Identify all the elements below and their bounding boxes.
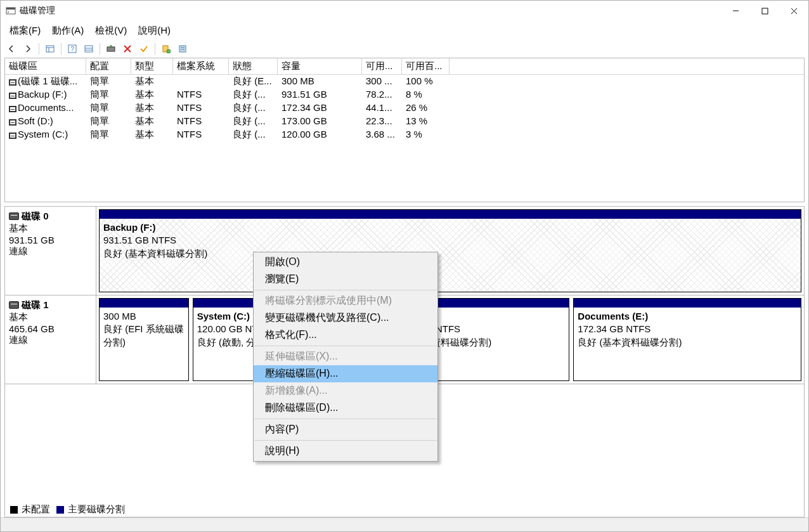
svg-rect-1 xyxy=(6,8,15,10)
menu-separator xyxy=(254,418,437,419)
check-icon[interactable] xyxy=(137,42,151,56)
vol-name: Backup (F:) xyxy=(18,89,67,100)
vol-layout: 簡單 xyxy=(86,115,131,128)
disk-size: 465.64 GB xyxy=(9,323,92,334)
volume-row[interactable]: Backup (F:)簡單基本NTFS良好 (...931.51 GB78.2.… xyxy=(5,88,804,101)
show-hide-icon[interactable] xyxy=(43,42,57,56)
vol-status: 良好 (... xyxy=(229,115,278,128)
context-menu-item[interactable]: 開啟(O) xyxy=(254,254,437,271)
partition-header xyxy=(100,299,188,308)
volume-icon xyxy=(9,106,16,112)
disk-status: 連線 xyxy=(9,334,92,346)
svg-rect-15 xyxy=(107,47,115,51)
vol-layout: 簡單 xyxy=(86,75,131,88)
vol-type: 基本 xyxy=(131,88,173,101)
context-menu-item[interactable]: 變更磁碟機代號及路徑(C)... xyxy=(254,309,437,327)
partition[interactable]: Backup (F:)931.51 GB NTFS良好 (基本資料磁碟分割) xyxy=(99,209,801,292)
partition-status: 良好 (EFI 系統磁碟分割) xyxy=(103,323,184,349)
menu-help[interactable]: 說明(H) xyxy=(134,22,174,39)
vol-capacity: 173.00 GB xyxy=(278,115,362,128)
disk-partitions: Backup (F:)931.51 GB NTFS良好 (基本資料磁碟分割) xyxy=(96,207,804,295)
window-title: 磁碟管理 xyxy=(20,5,55,16)
partition-size: 931.51 GB NTFS xyxy=(103,234,797,247)
menu-file[interactable]: 檔案(F) xyxy=(6,22,44,39)
list-icon[interactable] xyxy=(82,42,96,56)
vol-pct: 13 % xyxy=(402,115,450,128)
app-icon xyxy=(6,6,16,16)
context-menu-item[interactable]: 內容(P) xyxy=(254,421,437,438)
partition[interactable]: Documents (E:)172.34 GB NTFS良好 (基本資料磁碟分割… xyxy=(573,298,801,381)
partition-header xyxy=(574,299,801,308)
menu-separator xyxy=(254,290,437,290)
help-icon[interactable]: ? xyxy=(65,42,79,56)
settings-icon[interactable] xyxy=(159,42,173,56)
volume-row[interactable]: System (C:)簡單基本NTFS良好 (...120.00 GB3.68 … xyxy=(5,128,804,141)
vol-capacity: 300 MB xyxy=(278,75,362,88)
disk-management-window: 磁碟管理 檔案(F) 動作(A) 檢視(V) 說明(H) ? 磁碟區 配置 類型 xyxy=(0,0,809,532)
col-volume[interactable]: 磁碟區 xyxy=(5,58,86,75)
svg-rect-7 xyxy=(46,46,54,52)
forward-button[interactable] xyxy=(21,42,35,56)
context-menu: 開啟(O)瀏覽(E)將磁碟分割標示成使用中(M)變更磁碟機代號及路徑(C)...… xyxy=(253,252,438,462)
context-menu-item: 將磁碟分割標示成使用中(M) xyxy=(254,292,437,309)
vol-fs xyxy=(173,75,229,88)
legend-swatch-unallocated xyxy=(10,506,18,514)
vol-free: 3.68 ... xyxy=(362,128,402,141)
disk-info: 磁碟 1基本465.64 GB連線 xyxy=(5,295,96,384)
volume-row[interactable]: (磁碟 1 磁碟...簡單基本良好 (E...300 MB300 ...100 … xyxy=(5,75,804,88)
vol-status: 良好 (... xyxy=(229,88,278,101)
vol-type: 基本 xyxy=(131,101,173,115)
col-status[interactable]: 狀態 xyxy=(229,58,278,75)
svg-text:?: ? xyxy=(70,46,74,53)
legend-unallocated: 未配置 xyxy=(22,503,50,516)
legend-swatch-primary xyxy=(56,506,64,514)
col-layout[interactable]: 配置 xyxy=(86,58,131,75)
context-menu-item[interactable]: 壓縮磁碟區(H)... xyxy=(254,365,437,382)
menubar: 檔案(F) 動作(A) 檢視(V) 說明(H) xyxy=(1,21,808,41)
context-menu-item[interactable]: 瀏覽(E) xyxy=(254,271,437,288)
volume-row[interactable]: Documents...簡單基本NTFS良好 (...172.34 GB44.1… xyxy=(5,101,804,115)
vol-free: 300 ... xyxy=(362,75,402,88)
vol-fs: NTFS xyxy=(173,88,229,101)
col-type[interactable]: 類型 xyxy=(131,58,173,75)
refresh-icon[interactable] xyxy=(104,42,118,56)
vol-status: 良好 (... xyxy=(229,128,278,141)
vol-name: Soft (D:) xyxy=(18,115,53,126)
vol-status: 良好 (... xyxy=(229,101,278,115)
vol-type: 基本 xyxy=(131,75,173,88)
properties-icon[interactable] xyxy=(176,42,190,56)
minimize-button[interactable] xyxy=(721,1,750,20)
vol-free: 44.1... xyxy=(362,101,402,115)
volume-icon xyxy=(9,93,16,99)
back-button[interactable] xyxy=(4,42,18,56)
svg-rect-4 xyxy=(762,8,768,14)
menu-view[interactable]: 檢視(V) xyxy=(91,22,131,39)
vol-capacity: 172.34 GB xyxy=(278,101,362,115)
context-menu-item[interactable]: 格式化(F)... xyxy=(254,327,437,344)
vol-free: 78.2... xyxy=(362,88,402,101)
volume-row[interactable]: Soft (D:)簡單基本NTFS良好 (...173.00 GB22.3...… xyxy=(5,115,804,128)
partition-header xyxy=(100,210,801,219)
col-free[interactable]: 可用... xyxy=(362,58,402,75)
context-menu-item[interactable]: 刪除磁碟區(D)... xyxy=(254,399,437,417)
disk-type: 基本 xyxy=(9,223,92,235)
col-fs[interactable]: 檔案系統 xyxy=(173,58,229,75)
maximize-button[interactable] xyxy=(750,1,779,20)
menu-separator xyxy=(254,346,437,346)
partition[interactable]: 300 MB良好 (EFI 系統磁碟分割) xyxy=(99,298,189,381)
col-pct[interactable]: 可用百... xyxy=(402,58,450,75)
vol-fs: NTFS xyxy=(173,101,229,115)
disk-name: 磁碟 1 xyxy=(22,299,49,310)
vol-pct: 26 % xyxy=(402,101,450,115)
partition-size: 300 MB xyxy=(103,310,184,323)
delete-icon[interactable] xyxy=(120,42,134,56)
col-capacity[interactable]: 容量 xyxy=(278,58,362,75)
context-menu-item[interactable]: 說明(H) xyxy=(254,443,437,460)
disk-partitions: 300 MB良好 (EFI 系統磁碟分割)System (C:)120.00 G… xyxy=(96,295,804,384)
menu-action[interactable]: 動作(A) xyxy=(48,22,87,39)
menu-separator xyxy=(254,440,437,441)
svg-rect-12 xyxy=(85,46,93,52)
partition-size: 172.34 GB NTFS xyxy=(578,323,797,335)
disk-size: 931.51 GB xyxy=(9,235,92,245)
close-button[interactable] xyxy=(779,1,808,20)
